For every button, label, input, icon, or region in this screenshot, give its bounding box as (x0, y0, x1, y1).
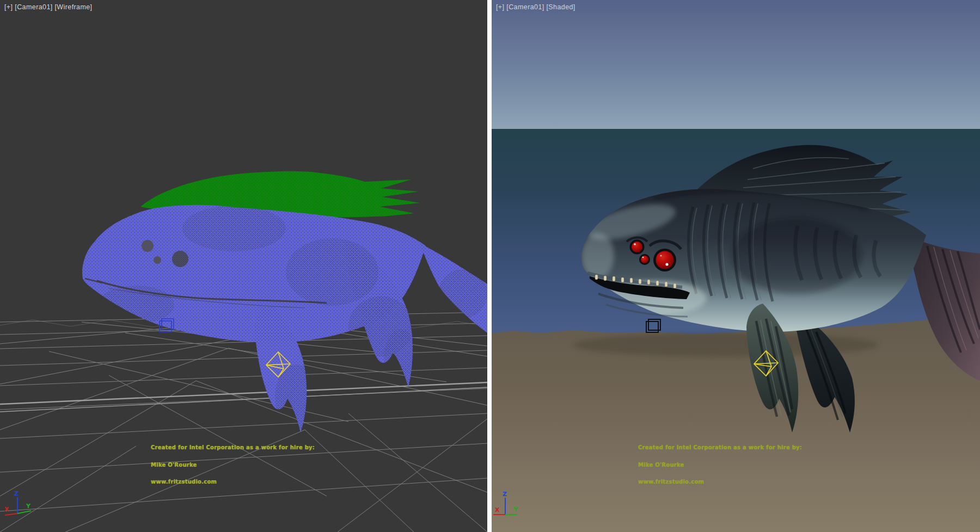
viewport-shaded[interactable]: X Z Y [+] [Camera01] [Shaded] Created fo… (492, 0, 980, 532)
axis-label-y: Y (26, 503, 31, 510)
axis-label-x: X (495, 506, 500, 514)
credit-line: www.fritzstudio.com (638, 479, 802, 485)
axis-label-x: X (4, 506, 9, 513)
credit-text: Created for Intel Corporation as a work … (151, 434, 315, 497)
viewport-label-shaded[interactable]: [+] [Camera01] [Shaded] (496, 3, 575, 11)
credit-line: Mike O'Rourke (151, 462, 315, 468)
dual-viewport-stage: X Z Y [+] [Camera01] [Wireframe] Created… (0, 0, 980, 532)
sky (492, 0, 980, 129)
credit-line: Created for Intel Corporation as a work … (151, 445, 315, 451)
credit-text: Created for Intel Corporation as a work … (638, 434, 802, 497)
viewport-wireframe[interactable]: X Z Y [+] [Camera01] [Wireframe] Created… (0, 0, 487, 532)
eye-medium (632, 242, 642, 252)
credit-line: www.fritzstudio.com (151, 479, 315, 485)
credit-line: Mike O'Rourke (638, 462, 802, 468)
credit-line: Created for Intel Corporation as a work … (638, 445, 802, 451)
viewport-label-wireframe[interactable]: [+] [Camera01] [Wireframe] (4, 3, 93, 11)
eye-small (641, 256, 648, 263)
eye-large (656, 251, 674, 269)
axis-label-z: Z (14, 490, 19, 497)
axis-label-y: Y (513, 506, 518, 513)
axis-label-z: Z (503, 491, 507, 498)
